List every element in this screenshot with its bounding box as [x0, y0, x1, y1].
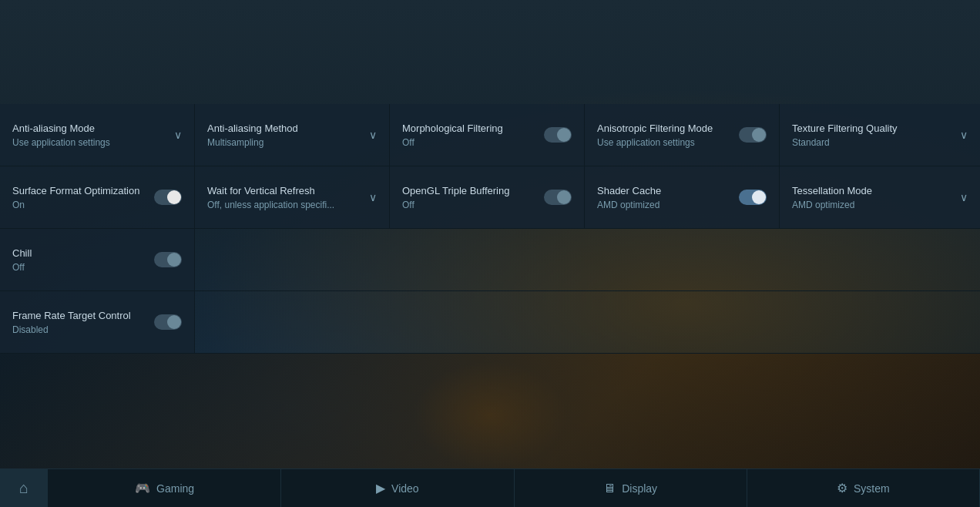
vertical-refresh-dropdown[interactable]: ∨: [369, 191, 377, 203]
antialiasing-mode-label: Anti-aliasing Mode: [12, 123, 110, 134]
nav-display-button[interactable]: 🖥 Display: [515, 469, 747, 507]
surface-format-cell: Surface Format Optimization On: [0, 166, 195, 228]
video-label: Video: [391, 482, 419, 495]
system-icon: ⚙: [837, 481, 847, 495]
frame-rate-target-value: Disabled: [12, 324, 131, 335]
texture-filtering-label: Texture Filtering Quality: [792, 123, 898, 134]
shader-cache-knob: [752, 190, 766, 204]
texture-filtering-cell: Texture Filtering Quality Standard ∨: [780, 104, 980, 166]
system-label: System: [854, 482, 890, 495]
morphological-filtering-label: Morphological Filtering: [402, 123, 503, 134]
antialiasing-mode-dropdown[interactable]: ∨: [174, 129, 182, 141]
vertical-refresh-text: Wait for Vertical Refresh Off, unless ap…: [207, 185, 334, 210]
tessellation-mode-label: Tessellation Mode: [792, 185, 872, 196]
antialiasing-method-value: Multisampling: [207, 137, 298, 148]
surface-format-toggle[interactable]: [154, 190, 182, 205]
settings-row-2: Surface Format Optimization On Wait for …: [0, 166, 980, 229]
antialiasing-mode-value: Use application settings: [12, 137, 110, 148]
chill-cell: Chill Off: [0, 229, 195, 290]
settings-row-3: Chill Off: [0, 229, 980, 291]
nav-gaming-button[interactable]: 🎮 Gaming: [49, 469, 281, 507]
morphological-filtering-cell: Morphological Filtering Off: [390, 104, 585, 166]
anisotropic-filtering-cell: Anisotropic Filtering Mode Use applicati…: [585, 104, 780, 166]
texture-filtering-dropdown[interactable]: ∨: [960, 129, 968, 141]
morphological-filtering-knob: [557, 128, 571, 142]
chill-text: Chill Off: [12, 247, 32, 273]
opengl-triple-knob: [557, 190, 571, 204]
frame-rate-target-cell: Frame Rate Target Control Disabled: [0, 291, 195, 353]
antialiasing-method-dropdown[interactable]: ∨: [369, 129, 377, 141]
shader-cache-value: AMD optimized: [597, 200, 661, 210]
shader-cache-label: Shader Cache: [597, 185, 661, 196]
vertical-refresh-cell: Wait for Vertical Refresh Off, unless ap…: [195, 166, 390, 228]
video-icon: ▶: [376, 481, 385, 495]
morphological-filtering-toggle[interactable]: [544, 127, 572, 143]
opengl-triple-text: OpenGL Triple Buffering Off: [402, 185, 509, 210]
tessellation-mode-dropdown[interactable]: ∨: [960, 191, 968, 203]
antialiasing-method-text: Anti-aliasing Method Multisampling: [207, 123, 298, 148]
opengl-triple-toggle[interactable]: [544, 190, 572, 205]
gaming-icon: 🎮: [135, 481, 150, 495]
chill-toggle[interactable]: [154, 252, 182, 267]
frame-rate-target-label: Frame Rate Target Control: [12, 310, 131, 321]
chill-value: Off: [12, 262, 32, 273]
vertical-refresh-value: Off, unless application specifi...: [207, 200, 334, 210]
opengl-triple-cell: OpenGL Triple Buffering Off: [390, 166, 585, 228]
morphological-filtering-value: Off: [402, 137, 503, 148]
bottom-nav: ⌂ 🎮 Gaming ▶ Video 🖥 Display ⚙ System: [0, 468, 980, 507]
morphological-filtering-text: Morphological Filtering Off: [402, 123, 503, 148]
frame-rate-target-knob: [167, 315, 181, 329]
frame-rate-target-text: Frame Rate Target Control Disabled: [12, 310, 131, 335]
antialiasing-mode-cell: Anti-aliasing Mode Use application setti…: [0, 104, 195, 166]
frame-rate-target-toggle[interactable]: [154, 314, 182, 330]
nav-system-button[interactable]: ⚙ System: [747, 469, 980, 507]
surface-format-value: On: [12, 200, 139, 210]
anisotropic-filtering-toggle[interactable]: [739, 127, 767, 143]
settings-container: Anti-aliasing Mode Use application setti…: [0, 104, 980, 354]
anisotropic-filtering-text: Anisotropic Filtering Mode Use applicati…: [597, 123, 713, 148]
home-icon: ⌂: [19, 479, 29, 497]
antialiasing-method-cell: Anti-aliasing Method Multisampling ∨: [195, 104, 390, 166]
tessellation-mode-value: AMD optimized: [792, 200, 872, 210]
surface-format-text: Surface Format Optimization On: [12, 185, 139, 210]
chill-label: Chill: [12, 247, 32, 259]
vertical-refresh-label: Wait for Vertical Refresh: [207, 185, 334, 196]
shader-cache-toggle[interactable]: [739, 190, 767, 205]
shader-cache-cell: Shader Cache AMD optimized: [585, 166, 780, 228]
anisotropic-filtering-label: Anisotropic Filtering Mode: [597, 123, 713, 134]
chill-knob: [167, 253, 181, 267]
antialiasing-mode-text: Anti-aliasing Mode Use application setti…: [12, 123, 110, 148]
settings-row-1: Anti-aliasing Mode Use application setti…: [0, 104, 980, 166]
background-art: [0, 354, 980, 469]
antialiasing-method-label: Anti-aliasing Method: [207, 123, 298, 134]
display-label: Display: [622, 482, 657, 495]
texture-filtering-value: Standard: [792, 137, 898, 148]
anisotropic-filtering-knob: [752, 128, 766, 142]
opengl-triple-label: OpenGL Triple Buffering: [402, 185, 509, 196]
anisotropic-filtering-value: Use application settings: [597, 137, 713, 148]
surface-format-label: Surface Format Optimization: [12, 185, 139, 196]
opengl-triple-value: Off: [402, 200, 509, 210]
display-icon: 🖥: [603, 482, 616, 495]
settings-row-4: Frame Rate Target Control Disabled: [0, 291, 980, 354]
gaming-label: Gaming: [156, 482, 194, 495]
nav-video-button[interactable]: ▶ Video: [281, 469, 514, 507]
tessellation-mode-text: Tessellation Mode AMD optimized: [792, 185, 872, 210]
tessellation-mode-cell: Tessellation Mode AMD optimized ∨: [780, 166, 980, 228]
shader-cache-text: Shader Cache AMD optimized: [597, 185, 661, 210]
surface-format-knob: [167, 190, 181, 204]
texture-filtering-text: Texture Filtering Quality Standard: [792, 123, 898, 148]
nav-home-button[interactable]: ⌂: [0, 469, 49, 507]
